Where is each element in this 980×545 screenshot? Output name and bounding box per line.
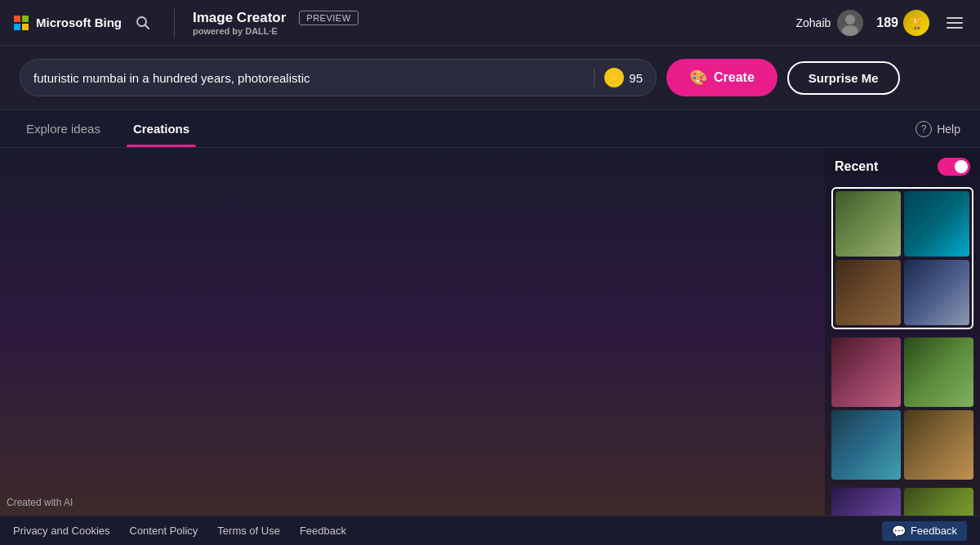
- svg-rect-3: [22, 24, 29, 30]
- svg-rect-1: [22, 16, 29, 22]
- page-title: Image Creator: [193, 10, 286, 26]
- header: Microsoft Bing Image Creator PREVIEW pow…: [0, 0, 980, 46]
- user-section[interactable]: Zohaib: [795, 10, 863, 36]
- recent-header: Recent: [831, 158, 973, 176]
- create-icon: 🎨: [689, 69, 707, 87]
- created-with-ai-label: Created with AI: [7, 497, 73, 508]
- privacy-cookies-link[interactable]: Privacy and Cookies: [13, 525, 110, 537]
- help-button[interactable]: ? Help: [915, 121, 960, 137]
- svg-rect-0: [14, 16, 20, 22]
- svg-rect-2: [14, 24, 20, 30]
- main-content: Created with AI Recent: [0, 148, 980, 518]
- header-right: Zohaib 189 🏆: [795, 10, 967, 36]
- footer-feedback-link[interactable]: Feedback: [300, 525, 346, 537]
- recent-thumbnail-3[interactable]: [835, 260, 901, 325]
- feedback-label: Feedback: [911, 525, 957, 537]
- svg-point-7: [845, 15, 855, 25]
- search-bar: ⚡ 95: [20, 59, 657, 96]
- hamburger-menu-icon[interactable]: [942, 11, 967, 35]
- recent-thumbnail-10[interactable]: [904, 488, 973, 518]
- avatar: [837, 10, 863, 36]
- create-button[interactable]: 🎨 Create: [666, 59, 777, 96]
- recent-thumbnail-4[interactable]: [904, 260, 969, 325]
- search-area: ⚡ 95 🎨 Create Surprise Me: [0, 46, 980, 110]
- preview-badge: PREVIEW: [299, 11, 358, 25]
- powered-by: powered by DALL·E: [193, 26, 359, 36]
- recent-group-3: [831, 488, 973, 518]
- image-grid-container: [0, 148, 825, 518]
- help-label: Help: [937, 123, 960, 136]
- tab-explore-ideas[interactable]: Explore ideas: [20, 110, 107, 147]
- coins-count: 189: [876, 16, 898, 30]
- tabs-area: Explore ideas Creations ? Help: [0, 110, 980, 148]
- recent-thumbnail-8[interactable]: [904, 410, 973, 480]
- boost-section: ⚡ 95: [594, 68, 643, 87]
- feedback-button[interactable]: 💬 Feedback: [882, 521, 967, 541]
- boost-count: 95: [629, 71, 643, 85]
- terms-of-use-link[interactable]: Terms of Use: [217, 525, 280, 537]
- feedback-icon: 💬: [892, 525, 906, 538]
- search-input[interactable]: [33, 71, 594, 85]
- recent-thumbnail-9[interactable]: [831, 488, 901, 518]
- boost-icon: ⚡: [604, 68, 624, 87]
- recent-thumbnail-7[interactable]: [831, 410, 901, 480]
- recent-group-2: [831, 337, 973, 480]
- help-icon: ?: [915, 121, 932, 137]
- surprise-button[interactable]: Surprise Me: [787, 61, 900, 95]
- windows-icon: [13, 15, 29, 31]
- header-divider: [174, 8, 175, 38]
- bing-logo[interactable]: Microsoft Bing: [13, 15, 122, 31]
- header-left: Microsoft Bing Image Creator PREVIEW pow…: [13, 8, 359, 38]
- svg-line-5: [145, 25, 149, 29]
- tab-creations[interactable]: Creations: [127, 110, 196, 147]
- coins-section[interactable]: 189 🏆: [876, 10, 929, 36]
- content-policy-link[interactable]: Content Policy: [130, 525, 198, 537]
- recent-thumbnail-5[interactable]: [831, 337, 901, 407]
- recent-panel: Recent: [825, 148, 980, 518]
- recent-toggle[interactable]: [938, 158, 970, 176]
- recent-thumbnail-2[interactable]: [904, 191, 969, 257]
- bing-label: Microsoft Bing: [36, 16, 122, 29]
- image-grid: [409, 164, 416, 502]
- footer: Privacy and Cookies Content Policy Terms…: [0, 516, 980, 545]
- recent-group-active: [831, 187, 973, 329]
- surprise-label: Surprise Me: [808, 71, 879, 85]
- user-name: Zohaib: [795, 16, 831, 29]
- create-label: Create: [714, 70, 755, 85]
- recent-label: Recent: [835, 159, 878, 174]
- recent-thumbnail-1[interactable]: [835, 191, 901, 257]
- image-creator-section: Image Creator PREVIEW powered by DALL·E: [193, 10, 359, 36]
- recent-thumbnail-6[interactable]: [904, 337, 973, 407]
- coin-icon: 🏆: [903, 10, 929, 36]
- search-icon[interactable]: [130, 10, 156, 36]
